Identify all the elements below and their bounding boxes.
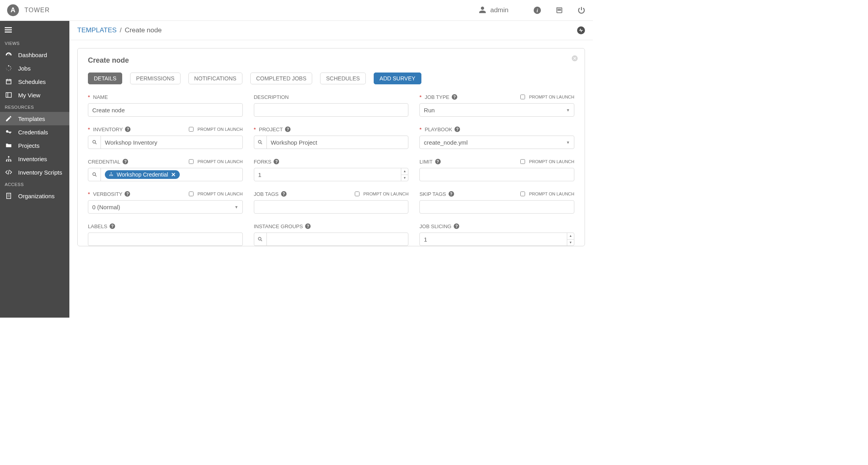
sidebar-item-templates[interactable]: Templates [0, 112, 69, 125]
forks-input[interactable]: 1 ▲ ▼ [254, 168, 409, 181]
tab-notifications[interactable]: NOTIFICATIONS [188, 73, 242, 84]
label-inventory: INVENTORY [93, 126, 123, 132]
prompt-label: PROMPT ON LAUNCH [197, 127, 243, 132]
help-icon[interactable]: ? [305, 223, 311, 229]
svg-point-7 [11, 68, 11, 69]
caret-down-icon: ▼ [566, 108, 570, 112]
tabs-row: DETAILS PERMISSIONS NOTIFICATIONS COMPLE… [88, 73, 574, 84]
credential-tag-remove[interactable]: ✕ [171, 171, 176, 178]
forks-up[interactable]: ▲ [401, 168, 408, 175]
power-icon[interactable] [577, 6, 586, 15]
field-skip-tags: SKIP TAGS ? PROMPT ON LAUNCH [419, 190, 574, 214]
window-icon [5, 91, 13, 99]
sidebar-item-inventories[interactable]: Inventories [0, 152, 69, 166]
tab-permissions[interactable]: PERMISSIONS [130, 73, 180, 84]
help-icon[interactable]: ? [449, 191, 454, 197]
help-icon[interactable]: ? [125, 126, 130, 132]
prompt-checkbox-job-type[interactable] [520, 95, 525, 99]
verbosity-select[interactable]: 0 (Normal) ▼ [88, 200, 243, 214]
sidebar-item-label: Organizations [18, 193, 55, 199]
tab-completed-jobs[interactable]: COMPLETED JOBS [250, 73, 313, 84]
activity-stream-icon[interactable] [577, 26, 585, 34]
playbook-select[interactable]: create_node.yml ▼ [419, 136, 574, 149]
prompt-checkbox-limit[interactable] [520, 159, 525, 164]
field-credential: CREDENTIAL ? PROMPT ON LAUNCH Workshop C… [88, 158, 243, 181]
sidebar-item-jobs[interactable]: Jobs [0, 61, 69, 75]
limit-input[interactable] [419, 168, 574, 181]
help-icon[interactable]: ? [285, 126, 291, 132]
credential-tag-container: Workshop Credential ✕ [101, 168, 242, 181]
prompt-checkbox-credential[interactable] [189, 159, 194, 164]
field-name: *NAME [88, 93, 243, 117]
job-slicing-value: 1 [420, 233, 567, 246]
label-forks: FORKS [254, 159, 272, 165]
help-icon[interactable]: ? [454, 223, 459, 229]
labels-input[interactable] [88, 232, 243, 246]
field-project: *PROJECT ? Workshop Project [254, 125, 409, 149]
sitemap-icon [109, 171, 114, 178]
slicing-down[interactable]: ▼ [567, 240, 574, 246]
slicing-up[interactable]: ▲ [567, 233, 574, 240]
job-tags-input[interactable] [254, 200, 409, 214]
credential-lookup-button[interactable] [88, 168, 101, 181]
prompt-checkbox-inventory[interactable] [189, 127, 194, 132]
project-lookup-button[interactable] [254, 136, 267, 149]
inventory-lookup-button[interactable] [88, 136, 101, 149]
sidebar-item-organizations[interactable]: Organizations [0, 189, 69, 203]
inventory-value[interactable]: Workshop Inventory [101, 136, 242, 149]
sidebar-item-credentials[interactable]: Credentials [0, 125, 69, 139]
sidebar-item-label: Inventories [18, 156, 47, 162]
breadcrumb-root[interactable]: TEMPLATES [77, 26, 117, 34]
prompt-checkbox-verbosity[interactable] [189, 192, 194, 196]
user-menu[interactable]: admin [479, 6, 509, 15]
help-icon[interactable]: ? [454, 126, 460, 132]
help-icon[interactable]: ? [281, 191, 287, 197]
help-icon[interactable]: ? [435, 159, 441, 164]
tab-details[interactable]: DETAILS [88, 73, 122, 84]
prompt-checkbox-job-tags[interactable] [355, 192, 359, 196]
instance-groups-value[interactable] [267, 233, 408, 246]
sidebar-item-label: My View [18, 92, 40, 99]
credential-tag[interactable]: Workshop Credential ✕ [105, 170, 180, 179]
svg-point-11 [6, 68, 7, 69]
field-forks: FORKS ? 1 ▲ ▼ [254, 158, 409, 181]
prompt-label: PROMPT ON LAUNCH [197, 159, 243, 164]
prompt-checkbox-skip-tags[interactable] [520, 192, 525, 196]
svg-rect-24 [111, 175, 112, 176]
name-input[interactable] [88, 103, 243, 117]
menu-toggle[interactable] [0, 25, 69, 38]
sidebar-item-dashboard[interactable]: Dashboard [0, 48, 69, 61]
job-slicing-input[interactable]: 1 ▲ ▼ [419, 232, 574, 246]
svg-rect-2 [5, 27, 12, 28]
sidebar-item-schedules[interactable]: Schedules [0, 75, 69, 88]
field-limit: LIMIT ? PROMPT ON LAUNCH [419, 158, 574, 181]
help-icon[interactable]: ? [125, 191, 130, 197]
help-icon[interactable]: ? [110, 223, 115, 229]
instance-groups-lookup-button[interactable] [254, 233, 267, 246]
help-icon[interactable]: ? [123, 159, 128, 164]
help-icon[interactable]: ? [274, 159, 279, 164]
job-type-select[interactable]: Run ▼ [419, 103, 574, 117]
description-input[interactable] [254, 103, 409, 117]
sidebar-item-inventory-scripts[interactable]: Inventory Scripts [0, 166, 69, 179]
sidebar-item-projects[interactable]: Projects [0, 139, 69, 152]
tab-schedules[interactable]: SCHEDULES [320, 73, 366, 84]
label-job-tags: JOB TAGS [254, 191, 279, 197]
field-job-slicing: JOB SLICING ? 1 ▲ ▼ [419, 222, 574, 246]
folder-icon [5, 142, 13, 149]
help-icon[interactable]: ? [452, 94, 457, 100]
svg-point-6 [10, 66, 11, 67]
sidebar-item-label: Templates [18, 115, 45, 122]
svg-rect-3 [5, 30, 12, 31]
app-logo[interactable]: A [7, 4, 19, 16]
tab-add-survey[interactable]: ADD SURVEY [374, 73, 421, 84]
sidebar-item-my-view[interactable]: My View [0, 88, 69, 102]
close-button[interactable] [571, 55, 578, 63]
docs-icon[interactable] [555, 6, 564, 15]
svg-rect-22 [111, 173, 112, 173]
project-value[interactable]: Workshop Project [267, 136, 408, 149]
info-icon[interactable]: i [533, 6, 542, 15]
label-labels: LABELS [88, 223, 107, 229]
forks-down[interactable]: ▼ [401, 175, 408, 181]
skip-tags-input[interactable] [419, 200, 574, 214]
